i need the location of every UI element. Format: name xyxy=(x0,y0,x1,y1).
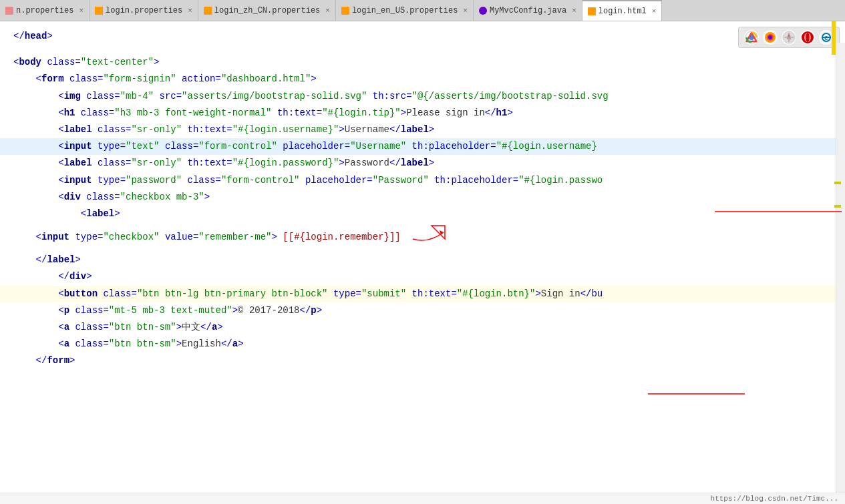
svg-point-12 xyxy=(806,33,810,42)
line-body: <body class="text-center"> xyxy=(13,54,832,71)
tab-icon-login-html xyxy=(588,7,596,15)
opera-icon[interactable] xyxy=(800,30,815,45)
tab-login-properties[interactable]: login.properties × xyxy=(90,0,198,21)
line-input-text: <input type="text" class="form-control" … xyxy=(0,138,845,155)
bottom-bar: https://blog.csdn.net/Timc... xyxy=(0,493,845,502)
browser-icons-container: e xyxy=(738,27,840,48)
line-label3-close: </label> xyxy=(13,252,832,268)
tab-icon-login-zh-properties xyxy=(204,7,212,15)
line-a2: <a class="btn btn-sm">English</a> xyxy=(13,336,832,352)
arrow-annotation xyxy=(411,222,445,252)
tab-close-login-en-properties[interactable]: × xyxy=(463,7,468,15)
line-input-checkbox: <input type="checkbox" value="remember-m… xyxy=(13,222,832,252)
line-label2: <label class="sr-only" th:text="#{login.… xyxy=(13,155,832,172)
svg-text:e: e xyxy=(824,35,828,42)
tab-icon-mymvcconfig xyxy=(479,7,487,15)
line-input-password: <input type="password" class="form-contr… xyxy=(13,172,832,189)
line-empty1 xyxy=(13,45,832,54)
tab-login-html[interactable]: login.html × xyxy=(582,0,663,21)
tab-icon-login-properties xyxy=(95,7,103,15)
tab-icon-n-properties xyxy=(5,7,13,15)
firefox-icon[interactable] xyxy=(763,30,778,45)
tab-close-login-properties[interactable]: × xyxy=(188,7,192,15)
line-label1: <label class="sr-only" th:text="#{login.… xyxy=(13,121,832,138)
chrome-icon[interactable] xyxy=(744,30,759,45)
line-form: <form class="form-signin" action="dashbo… xyxy=(13,71,832,87)
tab-login-zh-properties[interactable]: login_zh_CN.properties × xyxy=(198,0,336,21)
line-h1: <h1 class="h3 mb-3 font-weight-normal" t… xyxy=(13,105,832,121)
tab-label-mymvcconfig: MyMvcConfig.java xyxy=(490,6,566,15)
line-a1: <a class="btn btn-sm">中文</a> xyxy=(13,319,832,336)
tab-close-n-properties[interactable]: × xyxy=(79,7,83,15)
bottom-url: https://blog.csdn.net/Timc... xyxy=(711,495,838,502)
tab-n-properties[interactable]: n.properties × xyxy=(0,0,90,21)
tab-icon-login-en-properties xyxy=(341,7,349,15)
scrollbar[interactable] xyxy=(836,43,845,502)
tab-close-mymvcconfig[interactable]: × xyxy=(572,7,576,15)
tab-close-login-html[interactable]: × xyxy=(652,7,657,15)
svg-point-4 xyxy=(768,35,772,39)
line-button: <button class="btn btn-lg btn-primary bt… xyxy=(0,286,845,302)
yellow-marker-top xyxy=(832,21,836,55)
line-div-checkbox: <div class="checkbox mb-3"> xyxy=(13,189,832,206)
editor-area: e </head> <body class="text-center"> <fo… xyxy=(0,21,845,502)
code-content: </head> <body class="text-center"> <form… xyxy=(0,21,845,383)
safari-icon[interactable] xyxy=(782,30,796,45)
line-div-close: </div> xyxy=(13,268,832,285)
line-head-close: </head> xyxy=(13,28,832,45)
tab-label-login-html: login.html xyxy=(599,7,647,16)
tab-login-en-properties[interactable]: login_en_US.properties × xyxy=(336,0,474,21)
line-p: <p class="mt-5 mb-3 text-muted">© 2017-2… xyxy=(13,302,832,319)
tab-close-login-zh-properties[interactable]: × xyxy=(325,7,330,15)
line-label3-open: <label> xyxy=(13,206,832,222)
tab-bar: n.properties × login.properties × login_… xyxy=(0,0,845,21)
line-img: <img class="mb-4" src="asserts/img/boots… xyxy=(13,88,832,105)
tab-label-login-properties: login.properties xyxy=(106,6,182,15)
tab-label-login-zh-properties: login_zh_CN.properties xyxy=(214,6,320,15)
tab-label-n-properties: n.properties xyxy=(16,6,73,15)
tab-label-login-en-properties: login_en_US.properties xyxy=(352,6,458,15)
line-form-close: </form> xyxy=(13,352,832,369)
tab-mymvcconfig[interactable]: MyMvcConfig.java × xyxy=(474,0,582,21)
